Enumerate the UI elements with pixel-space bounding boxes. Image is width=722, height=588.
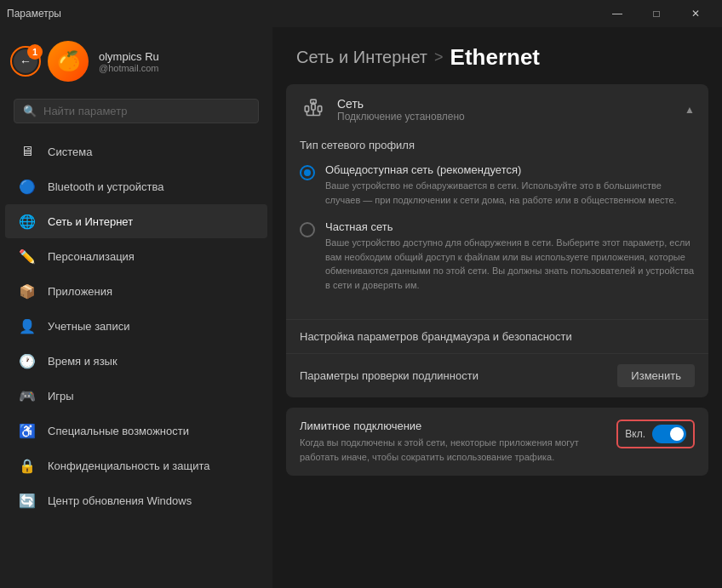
metered-desc: Когда вы подключены к этой сети, некотор… xyxy=(300,436,606,464)
sidebar-profile: ← 1 🍊 olympics Ru @hotmail.com xyxy=(0,27,272,92)
sidebar-item-privacy[interactable]: 🔒 Конфиденциальность и защита xyxy=(5,448,267,482)
auth-label: Параметры проверки подлинности xyxy=(300,369,478,382)
sidebar-item-updates[interactable]: 🔄 Центр обновления Windows xyxy=(5,483,267,517)
breadcrumb-current: Ethernet xyxy=(450,44,540,71)
svg-rect-0 xyxy=(305,106,308,112)
avatar: 🍊 xyxy=(48,41,89,82)
breadcrumb: Сеть и Интернет > Ethernet xyxy=(296,44,698,71)
accessibility-icon: ♿ xyxy=(19,422,36,439)
toggle-wrapper: Вкл. xyxy=(616,420,695,448)
public-network-option[interactable]: Общедоступная сеть (рекомендуется) Ваше … xyxy=(300,163,695,207)
content-body: Сеть Подключение установлено ▲ Тип сетев… xyxy=(272,77,722,588)
breadcrumb-parent: Сеть и Интернет xyxy=(296,48,427,67)
sidebar-item-label: Приложения xyxy=(48,285,112,298)
ethernet-icon xyxy=(300,96,327,123)
profile-email: @hotmail.com xyxy=(99,63,159,73)
sidebar-search: 🔍 xyxy=(0,92,272,130)
profile-info: olympics Ru @hotmail.com xyxy=(99,50,159,73)
time-icon: 🕐 xyxy=(19,352,36,369)
updates-icon: 🔄 xyxy=(19,492,36,509)
titlebar-controls: — □ ✕ xyxy=(598,0,715,27)
svg-rect-1 xyxy=(312,105,315,111)
sidebar-nav: 🖥 Система 🔵 Bluetooth и устройства 🌐 Сет… xyxy=(0,130,272,588)
section-title-block: Сеть Подключение установлено xyxy=(337,97,465,123)
titlebar: Параметры — □ ✕ xyxy=(0,0,722,27)
sidebar-item-apps[interactable]: 📦 Приложения xyxy=(5,274,267,308)
sidebar-item-accessibility[interactable]: ♿ Специальные возможности xyxy=(5,414,267,448)
sidebar-item-label: Конфиденциальность и защита xyxy=(48,460,210,472)
section-header-left: Сеть Подключение установлено xyxy=(300,96,465,123)
breadcrumb-sep: > xyxy=(434,49,444,66)
private-network-text: Частная сеть Ваше устройство доступно дл… xyxy=(325,220,695,292)
private-network-radio[interactable] xyxy=(300,222,315,237)
sidebar-item-system[interactable]: 🖥 Система xyxy=(5,134,267,168)
metered-section: Лимитное подключение Когда вы подключены… xyxy=(286,408,708,476)
content-header: Сеть и Интернет > Ethernet xyxy=(272,27,722,77)
public-network-desc: Ваше устройство не обнаруживается в сети… xyxy=(325,179,695,207)
sidebar-item-network[interactable]: 🌐 Сеть и Интернет xyxy=(5,204,267,238)
network-icon: 🌐 xyxy=(19,213,36,230)
sidebar-item-label: Учетные записи xyxy=(48,320,129,333)
firewall-label: Настройка параметров брандмауэра и безоп… xyxy=(300,330,572,343)
metered-toggle[interactable] xyxy=(652,425,686,443)
private-network-desc: Ваше устройство доступно для обнаружения… xyxy=(325,236,695,292)
sidebar-item-label: Сеть и Интернет xyxy=(48,215,133,228)
sidebar-item-label: Система xyxy=(48,146,92,158)
firewall-link[interactable]: Настройка параметров брандмауэра и безоп… xyxy=(286,319,708,353)
toggle-label: Вкл. xyxy=(625,428,645,440)
public-network-text: Общедоступная сеть (рекомендуется) Ваше … xyxy=(325,163,695,207)
sidebar-item-label: Bluetooth и устройства xyxy=(48,180,163,193)
minimize-button[interactable]: — xyxy=(598,0,637,27)
sidebar-item-accounts[interactable]: 👤 Учетные записи xyxy=(5,309,267,343)
metered-row: Лимитное подключение Когда вы подключены… xyxy=(286,408,708,476)
content-area: Сеть и Интернет > Ethernet xyxy=(272,27,722,588)
profile-section-title: Тип сетевого профиля xyxy=(300,135,695,151)
private-network-option[interactable]: Частная сеть Ваше устройство доступно дл… xyxy=(300,220,695,292)
change-button[interactable]: Изменить xyxy=(617,364,695,387)
sidebar-item-label: Центр обновления Windows xyxy=(48,494,192,507)
sidebar-item-label: Специальные возможности xyxy=(48,425,189,437)
sidebar-item-personalization[interactable]: ✏️ Персонализация xyxy=(5,239,267,273)
maximize-button[interactable]: □ xyxy=(637,0,676,27)
metered-title: Лимитное подключение xyxy=(300,420,606,432)
section-header[interactable]: Сеть Подключение установлено ▲ xyxy=(286,84,708,135)
search-box[interactable]: 🔍 xyxy=(14,99,259,123)
profile-name: olympics Ru xyxy=(99,50,159,63)
app-body: ← 1 🍊 olympics Ru @hotmail.com 🔍 🖥 Систе… xyxy=(0,27,722,588)
auth-row: Параметры проверки подлинности Изменить xyxy=(286,353,708,397)
public-network-radio[interactable] xyxy=(300,165,315,180)
system-icon: 🖥 xyxy=(19,143,36,160)
chevron-up-icon: ▲ xyxy=(685,104,695,116)
sidebar-item-time[interactable]: 🕐 Время и язык xyxy=(5,344,267,378)
section-subtitle: Подключение установлено xyxy=(337,111,465,123)
close-button[interactable]: ✕ xyxy=(676,0,715,27)
sidebar-item-bluetooth[interactable]: 🔵 Bluetooth и устройства xyxy=(5,169,267,203)
sidebar: ← 1 🍊 olympics Ru @hotmail.com 🔍 🖥 Систе… xyxy=(0,27,272,588)
search-input[interactable] xyxy=(43,105,249,117)
svg-rect-2 xyxy=(318,106,321,112)
network-section-card: Сеть Подключение установлено ▲ Тип сетев… xyxy=(286,84,708,397)
sidebar-item-label: Игры xyxy=(48,390,74,402)
public-network-title: Общедоступная сеть (рекомендуется) xyxy=(325,163,695,176)
metered-text: Лимитное подключение Когда вы подключены… xyxy=(300,420,606,464)
titlebar-left: Параметры xyxy=(0,8,61,20)
privacy-icon: 🔒 xyxy=(19,457,36,474)
sidebar-item-label: Время и язык xyxy=(48,355,117,368)
sidebar-item-label: Персонализация xyxy=(48,250,135,263)
apps-icon: 📦 xyxy=(19,283,36,300)
private-network-title: Частная сеть xyxy=(325,220,695,233)
search-icon: 🔍 xyxy=(23,105,37,117)
sidebar-item-gaming[interactable]: 🎮 Игры xyxy=(5,379,267,413)
titlebar-title: Параметры xyxy=(7,8,61,20)
notification-badge: 1 xyxy=(27,44,43,60)
bluetooth-icon: 🔵 xyxy=(19,178,36,195)
gaming-icon: 🎮 xyxy=(19,387,36,404)
accounts-icon: 👤 xyxy=(19,317,36,334)
profile-type-section: Тип сетевого профиля Общедоступная сеть … xyxy=(286,135,708,319)
section-title: Сеть xyxy=(337,97,465,111)
personalization-icon: ✏️ xyxy=(19,248,36,265)
